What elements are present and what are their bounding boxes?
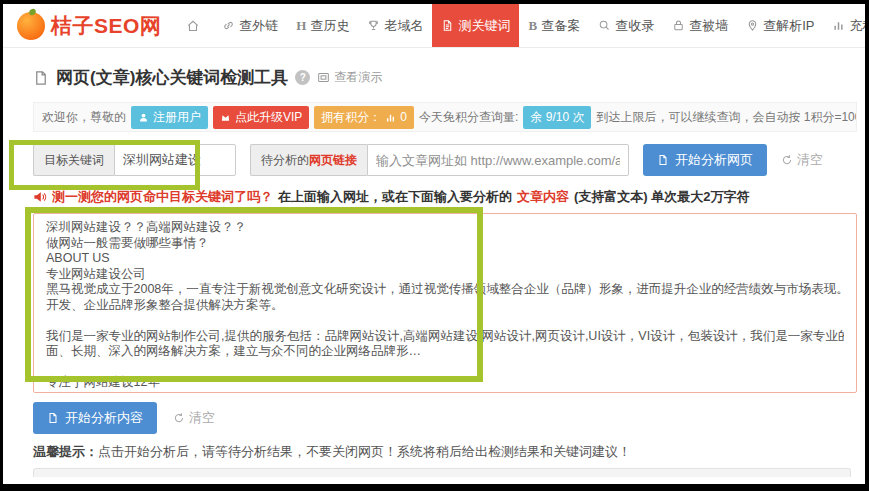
nav-item-history[interactable]: H 查历史 (287, 4, 358, 47)
clear-content-link[interactable]: 清空 (173, 409, 215, 427)
content-line: 开发、企业品牌形象整合提供解决方案等。 (46, 298, 844, 314)
user-icon (138, 112, 149, 123)
content-line (46, 313, 844, 329)
content-line: 158-9975-0475 (46, 391, 844, 394)
analyze-url-button[interactable]: 开始分析网页 (643, 144, 767, 176)
nav-item-dns-ip[interactable]: 查解析IP (737, 4, 823, 47)
hint-mid: 在上面输入网址，或在下面输入要分析的 (278, 188, 512, 206)
content-line: ABOUT US (46, 251, 844, 267)
nav-item-recharge-points[interactable]: 充积分 (823, 4, 865, 47)
orange-logo-icon (17, 12, 45, 40)
article-url-input[interactable] (367, 144, 629, 176)
nav-menu: 查外链 H 查历史 老域名 测关键词 B 查备案 查收录 (177, 4, 865, 47)
pin-icon (746, 19, 759, 32)
content-line: 面、长期、深入的网络解决方案，建立与众不同的企业网络品牌形… (46, 344, 844, 360)
hint-em2: 文章内容 (517, 188, 569, 206)
url-input-group: 待分析的网页链接 (250, 144, 629, 176)
account-status-bar: 欢迎你，尊敬的 注册用户 点此升级VIP 拥有积分： 0 今天免积分查询量: 余… (33, 102, 857, 132)
page-title: 网页(文章)核心关键词检测工具 (56, 66, 288, 89)
speaker-icon (33, 190, 47, 204)
title-row: 网页(文章)核心关键词检测工具 ? 查看演示 (33, 66, 857, 89)
letter-b-icon: B (528, 18, 537, 34)
greeting-text: 欢迎你，尊敬的 (42, 109, 126, 126)
nav-item-old-domains[interactable]: 老域名 (358, 4, 432, 47)
actions-row: 开始分析内容 清空 (33, 402, 857, 434)
content-line: 黑马视觉成立于2008年，一直专注于新视觉创意文化研究设计，通过视觉传播领域整合… (46, 282, 844, 298)
chart-icon (385, 112, 396, 123)
content-line: 做网站一般需要做哪些事情？ (46, 236, 844, 252)
refresh-icon (173, 412, 185, 424)
crown-icon (220, 112, 231, 123)
brand-name: 桔子SEO网 (51, 12, 161, 40)
article-content-textarea[interactable]: 深圳网站建设？？高端网站建设？？ 做网站一般需要做哪些事情？ ABOUT US … (33, 213, 857, 393)
hint-question: 测一测您的网页命中目标关键词了吗？ (52, 188, 273, 206)
url-label: 待分析的网页链接 (250, 144, 367, 176)
home-icon (186, 19, 200, 33)
refresh-icon (781, 154, 793, 166)
keyword-input[interactable] (114, 144, 236, 176)
quota-note: 到达上限后，可以继续查询，会自动按 1积分=100次 兑换查询量， (596, 109, 857, 126)
page-doc-icon (33, 70, 49, 86)
next-panel-edge (33, 468, 851, 477)
search-icon (598, 19, 611, 32)
doc-icon (47, 412, 59, 424)
quota-label: 今天免积分查询量: (419, 109, 518, 126)
lock-icon (672, 19, 685, 32)
clear-url-link[interactable]: 清空 (781, 151, 823, 169)
content-line: 专业网站建设公司 (46, 267, 844, 283)
help-icon[interactable]: ? (295, 70, 310, 85)
main-content: 网页(文章)核心关键词检测工具 ? 查看演示 欢迎你，尊敬的 注册用户 点此升级… (33, 66, 857, 477)
hint-row: 测一测您的网页命中目标关键词了吗？ 在上面输入网址，或在下面输入要分析的 文章内… (33, 188, 857, 206)
keyword-label: 目标关键词 (33, 144, 114, 176)
nav-item-wall-check[interactable]: 查被墙 (663, 4, 737, 47)
quota-remaining-badge: 余 9/10 次 (523, 106, 591, 129)
keyword-input-group: 目标关键词 (33, 144, 236, 176)
nav-item-keyword-check[interactable]: 测关键词 (432, 4, 519, 47)
content-line (46, 360, 844, 376)
nav-item-home[interactable] (177, 4, 213, 47)
chart-icon (832, 19, 845, 32)
analyze-form: 目标关键词 待分析的网页链接 开始分析网页 清空 (33, 144, 857, 176)
content-line: 专注于网站建设12年 (46, 375, 844, 391)
points-badge[interactable]: 拥有积分： 0 (314, 106, 414, 129)
doc-icon (441, 19, 454, 32)
link-icon (222, 19, 235, 32)
tip-row: 温馨提示：点击开始分析后，请等待分析结果，不要关闭网页！系统将稍后给出检测结果和… (33, 443, 857, 461)
doc-icon (657, 154, 669, 166)
browser-page: 桔子SEO网 查外链 H 查历史 老域名 测关键词 (3, 4, 865, 484)
nav-item-index-check[interactable]: 查收录 (589, 4, 663, 47)
top-navbar: 桔子SEO网 查外链 H 查历史 老域名 测关键词 (3, 4, 865, 48)
demo-screen-icon (317, 71, 330, 84)
analyze-content-button[interactable]: 开始分析内容 (33, 402, 157, 434)
site-logo[interactable]: 桔子SEO网 (17, 12, 161, 40)
content-line: 我们是一家专业的网站制作公司,提供的服务包括：品牌网站设计,高端网站建设,网站设… (46, 329, 844, 345)
upgrade-vip-badge[interactable]: 点此升级VIP (213, 106, 309, 129)
nav-item-icp-lookup[interactable]: B 查备案 (519, 4, 589, 47)
tip-text: 点击开始分析后，请等待分析结果，不要关闭网页！系统将稍后给出检测结果和关键词建议… (98, 444, 631, 459)
trophy-icon (367, 19, 380, 32)
letter-h-icon: H (296, 18, 306, 34)
nav-item-backlinks[interactable]: 查外链 (213, 4, 287, 47)
tip-label: 温馨提示： (33, 444, 98, 459)
registered-user-badge[interactable]: 注册用户 (131, 106, 208, 129)
view-demo-link[interactable]: 查看演示 (317, 69, 382, 86)
hint-tail: (支持富文本) 单次最大2万字符 (574, 188, 750, 206)
content-line: 深圳网站建设？？高端网站建设？？ (46, 220, 844, 236)
